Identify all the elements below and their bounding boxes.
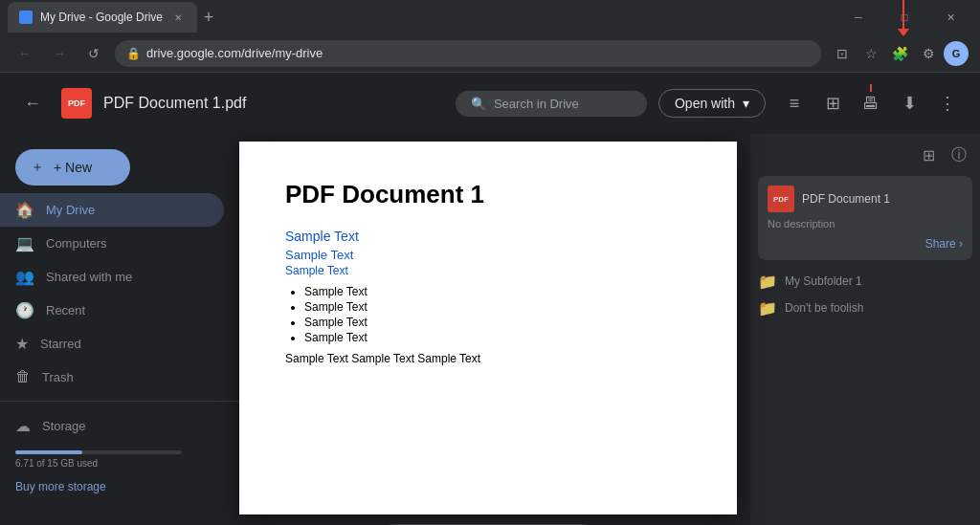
pdf-file-icon: PDF [61,88,92,119]
pdf-document: PDF Document 1 Sample Text Sample Text S… [239,142,737,514]
toolbar-actions: ≡ ⊞ 🖶 ⬇ ⋮ [777,86,965,120]
sidebar: ＋ + New 🏠 My Drive 💻 Computers 👥 Shared … [0,134,239,525]
right-file-name: PDF Document 1 [802,192,890,206]
right-folder-1[interactable]: 📁 My Subfolder 1 [758,268,972,295]
tab-favicon [19,11,33,24]
pdf-bullet-list: Sample Text Sample Text Sample Text Samp… [285,285,691,344]
storage-icon: ☁ [15,417,31,435]
right-folder-icon-1: 📁 [758,272,777,291]
pdf-document-title: PDF Document 1 [285,180,691,209]
new-button-label: + New [54,160,92,175]
pdf-heading-3: Sample Text [285,264,691,277]
my-drive-icon: 🏠 [15,201,34,219]
bookmark-icon[interactable]: ☆ [858,40,884,67]
main-area: ＋ + New 🏠 My Drive 💻 Computers 👥 Shared … [0,134,980,525]
sidebar-item-storage[interactable]: ☁ Storage [0,409,224,443]
grid-view-button[interactable]: ⊞ [815,86,850,120]
right-folder-2[interactable]: 📁 Don't be foolish [758,295,972,321]
address-bar: ← → ↺ 🔒 drive.google.com/drive/my-drive … [0,34,980,73]
sidebar-item-my-drive[interactable]: 🏠 My Drive [0,193,224,227]
new-tab-button[interactable]: + [197,6,220,29]
drive-toolbar: ← PDF PDF Document 1.pdf 🔍 Search in Dri… [0,73,980,134]
search-icon: 🔍 [471,97,486,111]
tooltip-arrow-head [898,29,909,36]
minimize-button[interactable]: ─ [836,0,880,34]
settings-icon[interactable]: ⚙ [915,40,942,67]
sidebar-item-shared[interactable]: 👥 Shared with me [0,260,224,294]
lock-icon: 🔒 [126,47,141,60]
drive-back-button[interactable]: ← [15,86,50,120]
tooltip-arrow [898,0,909,36]
shared-icon: 👥 [15,268,34,286]
pdf-bullet-2: Sample Text [304,300,691,314]
forward-button[interactable]: → [46,40,73,67]
sidebar-item-starred[interactable]: ★ Starred [0,327,224,361]
trash-label: Trash [42,370,74,384]
buy-storage-link[interactable]: Buy more storage [15,480,224,493]
starred-icon: ★ [15,335,29,353]
cast-icon[interactable]: ⊡ [829,40,856,67]
pdf-heading-1: Sample Text [285,229,691,244]
starred-label: Starred [40,337,81,351]
download-button[interactable]: ⬇ [892,86,926,120]
right-panel-info-icon[interactable]: ⓘ [946,142,972,168]
pdf-bullet-3: Sample Text [304,316,691,329]
sidebar-item-trash[interactable]: 🗑 Trash [0,361,224,393]
right-folder-icon-2: 📁 [758,298,777,317]
sidebar-item-computers[interactable]: 💻 Computers [0,227,224,260]
search-placeholder: Search in Drive [494,97,579,111]
my-drive-label: My Drive [46,203,95,217]
refresh-button[interactable]: ↺ [80,40,107,67]
profile-avatar[interactable]: G [944,41,969,66]
storage-label: Storage [42,419,86,433]
right-folder-name-2: Don't be foolish [785,301,863,315]
extension-icon[interactable]: 🧩 [886,40,913,67]
right-file-card: PDF PDF Document 1 No description Share … [758,176,972,260]
right-panel: ⊞ ⓘ PDF PDF Document 1 No description Sh… [750,134,980,525]
pdf-overlay: PDF Document 1 Sample Text Sample Text S… [230,134,746,525]
open-with-button[interactable]: Open with ▾ [658,89,766,118]
chrome-os-bar: My Drive - Google Drive ✕ + ─ □ ✕ [0,0,980,34]
computers-icon: 💻 [15,234,34,252]
sidebar-item-recent[interactable]: 🕐 Recent [0,294,224,327]
open-with-chevron: ▾ [743,96,749,111]
pdf-bullet-4: Sample Text [304,331,691,344]
active-tab[interactable]: My Drive - Google Drive ✕ [8,2,197,33]
url-text: drive.google.com/drive/my-drive [146,46,323,60]
file-name-label: PDF Document 1.pdf [103,95,444,112]
tab-strip: My Drive - Google Drive ✕ + [8,0,833,34]
share-link[interactable]: Share › [925,237,963,251]
recent-icon: 🕐 [15,301,34,319]
tooltip-arrow-line [902,0,904,29]
tab-title: My Drive - Google Drive [40,11,163,24]
close-button[interactable]: ✕ [928,0,972,34]
pdf-paragraph: Sample Text Sample Text Sample Text [285,352,691,365]
new-button[interactable]: ＋ + New [15,149,130,186]
tab-close-button[interactable]: ✕ [170,10,186,25]
url-bar[interactable]: 🔒 drive.google.com/drive/my-drive [115,40,821,67]
computers-label: Computers [46,236,107,251]
right-file-meta: No description [768,218,963,230]
drive-search-bar[interactable]: 🔍 Search in Drive [456,91,647,117]
address-icons: ⊡ ☆ 🧩 ⚙ G [829,40,969,67]
open-with-label: Open with [675,96,735,111]
right-panel-grid-icon[interactable]: ⊞ [915,142,942,168]
right-panel-pdf-icon: PDF [768,186,794,212]
hamburger-menu-button[interactable]: ≡ [777,86,812,120]
plus-icon: ＋ [31,159,44,176]
recent-label: Recent [46,303,85,317]
more-options-button[interactable]: ⋮ [930,86,965,120]
back-button[interactable]: ← [11,40,38,67]
shared-label: Shared with me [46,270,132,284]
pdf-bullet-1: Sample Text [304,285,691,298]
trash-icon: 🗑 [15,368,31,385]
print-button[interactable]: 🖶 [854,86,888,120]
pdf-heading-2: Sample Text [285,248,691,262]
right-folder-name-1: My Subfolder 1 [785,274,862,288]
